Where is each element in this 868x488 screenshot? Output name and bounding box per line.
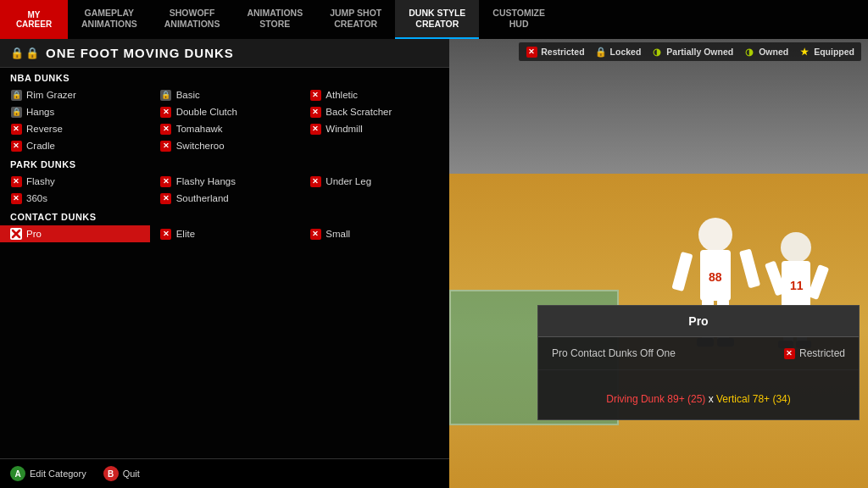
requirements-text: Driving Dunk 89+ (25) x Vertical 78+ (34… bbox=[606, 393, 790, 405]
contact-dunks-grid: Pro ✕ Elite ✕ Small bbox=[0, 225, 449, 242]
restricted-icon: ✕ bbox=[526, 46, 537, 58]
elite-label: Elite bbox=[176, 229, 195, 239]
b-button-icon: B bbox=[103, 466, 119, 481]
item-reverse[interactable]: ✕ Reverse bbox=[0, 120, 150, 137]
flashy-hangs-label: Flashy Hangs bbox=[176, 176, 236, 186]
item-rim-grazer[interactable]: 🔒 Rim Grazer bbox=[0, 86, 150, 103]
svg-point-0 bbox=[698, 218, 732, 252]
athletic-label: Athletic bbox=[326, 90, 358, 100]
back-scratcher-status-icon: ✕ bbox=[309, 106, 321, 118]
item-double-clutch[interactable]: ✕ Double Clutch bbox=[150, 103, 300, 120]
item-elite[interactable]: ✕ Elite bbox=[150, 225, 300, 242]
item-hangs[interactable]: 🔒 Hangs bbox=[0, 103, 150, 120]
item-under-leg[interactable]: ✕ Under Leg bbox=[299, 173, 449, 190]
mycareer-logo: My CAREER bbox=[0, 0, 68, 39]
item-pro[interactable]: Pro bbox=[0, 225, 150, 242]
southerland-label: Southerland bbox=[176, 193, 229, 203]
360s-label: 360s bbox=[26, 193, 47, 203]
flashy-status-icon: ✕ bbox=[10, 175, 22, 187]
item-nba-empty bbox=[299, 137, 449, 154]
contact-dunks-section: CONTACT DUNKS Pro ✕ Elite ✕ Small bbox=[0, 207, 449, 242]
legend-bar: ✕ Restricted 🔒 Locked ◑ Partially Owned … bbox=[519, 42, 861, 61]
item-flashy-hangs[interactable]: ✕ Flashy Hangs bbox=[150, 173, 300, 190]
item-back-scratcher[interactable]: ✕ Back Scratcher bbox=[299, 103, 449, 120]
hangs-label: Hangs bbox=[26, 107, 54, 117]
svg-rect-6 bbox=[739, 248, 760, 288]
item-basic[interactable]: 🔒 Basic bbox=[150, 86, 300, 103]
nav-jumpshot-creator[interactable]: Jump Shot Creator bbox=[316, 0, 395, 39]
southerland-status-icon: ✕ bbox=[160, 192, 172, 204]
detail-attribute-label: Pro Contact Dunks Off One bbox=[552, 347, 676, 359]
park-dunks-section: PARK DUNKS ✕ Flashy ✕ Flashy Hangs ✕ Und… bbox=[0, 154, 449, 207]
req-driving-dunk: Driving Dunk 89+ (25) bbox=[606, 393, 705, 405]
double-clutch-label: Double Clutch bbox=[176, 107, 237, 117]
svg-rect-5 bbox=[672, 252, 693, 291]
item-southerland[interactable]: ✕ Southerland bbox=[150, 190, 300, 207]
item-flashy[interactable]: ✕ Flashy bbox=[0, 173, 150, 190]
item-small[interactable]: ✕ Small bbox=[299, 225, 449, 242]
panel-header: 🔒 🔒 ONE FOOT MOVING DUNKS bbox=[0, 39, 449, 68]
top-nav: My CAREER Gameplay Animations Showoff An… bbox=[0, 0, 868, 39]
court-background: 88 11 bbox=[449, 39, 868, 488]
a-button-icon: A bbox=[10, 466, 25, 481]
svg-rect-15 bbox=[808, 264, 830, 300]
req-vertical: Vertical 78+ (34) bbox=[716, 393, 791, 405]
bottom-bar: A Edit Category B Quit bbox=[0, 458, 449, 488]
item-cradle[interactable]: ✕ Cradle bbox=[0, 137, 150, 154]
nav-showoff-animations[interactable]: Showoff Animations bbox=[151, 0, 234, 39]
reverse-label: Reverse bbox=[26, 124, 63, 134]
item-athletic[interactable]: ✕ Athletic bbox=[299, 86, 449, 103]
edit-category-button[interactable]: A Edit Category bbox=[10, 466, 86, 481]
360s-status-icon: ✕ bbox=[10, 192, 22, 204]
equipped-icon: ★ bbox=[798, 46, 810, 58]
under-leg-label: Under Leg bbox=[326, 176, 371, 186]
nav-animations-store[interactable]: Animations Store bbox=[233, 0, 316, 39]
reverse-status-icon: ✕ bbox=[10, 123, 22, 135]
tomahawk-status-icon: ✕ bbox=[160, 123, 172, 135]
contact-dunks-label: CONTACT DUNKS bbox=[0, 207, 449, 225]
item-360s[interactable]: ✕ 360s bbox=[0, 190, 150, 207]
quit-button[interactable]: B Quit bbox=[103, 466, 140, 481]
windmill-status-icon: ✕ bbox=[309, 123, 321, 135]
legend-restricted: ✕ Restricted bbox=[526, 46, 584, 58]
hangs-status-icon: 🔒 bbox=[10, 106, 22, 118]
park-dunks-label: PARK DUNKS bbox=[0, 154, 449, 173]
detail-attribute-row: Pro Contact Dunks Off One ✕ Restricted bbox=[538, 337, 859, 370]
partial-icon: ◑ bbox=[651, 46, 663, 58]
detail-status-text: Restricted bbox=[799, 347, 845, 359]
under-leg-status-icon: ✕ bbox=[309, 175, 321, 187]
tomahawk-label: Tomahawk bbox=[176, 124, 223, 134]
switcheroo-status-icon: ✕ bbox=[160, 140, 172, 152]
svg-text:11: 11 bbox=[790, 279, 804, 292]
basic-status-icon: 🔒 bbox=[160, 89, 172, 101]
small-label: Small bbox=[326, 229, 350, 239]
pro-label: Pro bbox=[26, 229, 42, 239]
back-scratcher-label: Back Scratcher bbox=[326, 107, 392, 117]
double-clutch-status-icon: ✕ bbox=[160, 106, 172, 118]
lock-icons: 🔒 🔒 bbox=[10, 47, 39, 59]
nav-customize-hud[interactable]: Customize HUD bbox=[479, 0, 559, 39]
athletic-status-icon: ✕ bbox=[309, 89, 321, 101]
small-status-icon: ✕ bbox=[309, 228, 321, 240]
panel-title: ONE FOOT MOVING DUNKS bbox=[46, 46, 234, 60]
nav-dunk-style-creator[interactable]: Dunk Style Creator bbox=[395, 0, 479, 39]
item-tomahawk[interactable]: ✕ Tomahawk bbox=[150, 120, 300, 137]
owned-icon: ◑ bbox=[743, 46, 755, 58]
flashy-label: Flashy bbox=[26, 176, 55, 186]
rim-grazer-status-icon: 🔒 bbox=[10, 89, 22, 101]
nav-gameplay-animations[interactable]: Gameplay Animations bbox=[68, 0, 151, 39]
item-windmill[interactable]: ✕ Windmill bbox=[299, 120, 449, 137]
lock1-icon: 🔒 bbox=[10, 47, 24, 59]
nba-dunks-section: NBA DUNKS 🔒 Rim Grazer 🔒 Basic ✕ Athleti… bbox=[0, 68, 449, 154]
park-dunks-grid: ✕ Flashy ✕ Flashy Hangs ✕ Under Leg ✕ 36… bbox=[0, 173, 449, 207]
item-switcheroo[interactable]: ✕ Switcheroo bbox=[150, 137, 300, 154]
locked-icon: 🔒 bbox=[595, 46, 607, 58]
nba-dunks-label: NBA DUNKS bbox=[0, 68, 449, 86]
detail-title: Pro bbox=[538, 306, 859, 337]
cradle-status-icon: ✕ bbox=[10, 140, 22, 152]
legend-equipped: ★ Equipped bbox=[798, 46, 854, 58]
req-separator: x bbox=[709, 393, 716, 405]
detail-status: ✕ Restricted bbox=[784, 347, 845, 359]
svg-text:88: 88 bbox=[709, 270, 722, 284]
pro-status-icon bbox=[10, 228, 22, 240]
